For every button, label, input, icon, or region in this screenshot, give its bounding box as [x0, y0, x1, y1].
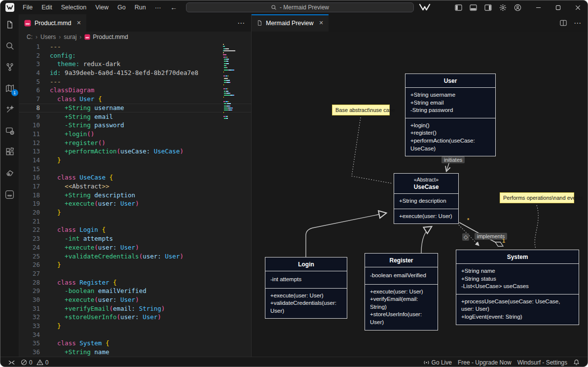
- minimap-line: [223, 86, 246, 87]
- tab-mermaid-preview[interactable]: Mermaid Preview ✕: [252, 14, 329, 32]
- code-line[interactable]: 28 class Register {: [19, 278, 251, 287]
- editor-more-actions-icon[interactable]: ⋯: [237, 19, 245, 28]
- maximize-icon[interactable]: [548, 0, 568, 14]
- layout-panel-icon[interactable]: [470, 4, 477, 11]
- code-line[interactable]: 26 }: [19, 260, 251, 269]
- upgrade-button[interactable]: Free - Upgrade Now: [455, 359, 514, 366]
- code-line[interactable]: 31 +verifyEmail(email: String): [19, 304, 251, 313]
- menu-selection[interactable]: Selection: [57, 2, 91, 12]
- tab-product-mmd[interactable]: Product.mmd ✕: [19, 14, 86, 32]
- menu-edit[interactable]: Edit: [37, 2, 57, 12]
- code-line[interactable]: 25 +validateCredentials(user: User): [19, 252, 251, 261]
- menu-go[interactable]: Go: [113, 2, 130, 12]
- code-line[interactable]: 20 }: [19, 208, 251, 217]
- code-line[interactable]: 22 class Login {: [19, 225, 251, 234]
- breadcrumb-file[interactable]: Product.mmd: [84, 34, 128, 40]
- windsurf-settings-button[interactable]: Windsurf - Settings: [514, 359, 570, 366]
- account-icon[interactable]: [514, 4, 521, 11]
- code-line[interactable]: 9 +String email: [19, 112, 251, 121]
- windsurf-logo-icon[interactable]: [5, 3, 14, 12]
- breadcrumb-drive[interactable]: C:: [27, 34, 33, 40]
- layout-sidebar-icon[interactable]: [455, 4, 462, 11]
- remote-indicator-icon[interactable]: [5, 357, 18, 367]
- code-line[interactable]: 23 -int attempts: [19, 234, 251, 243]
- nav-back-icon[interactable]: ←: [165, 3, 182, 11]
- minimap-line: [223, 110, 246, 110]
- map-icon[interactable]: 1: [3, 82, 17, 95]
- code-line[interactable]: 10 -String password: [19, 121, 251, 130]
- class-method: +register(): [410, 129, 490, 137]
- tab-close-icon[interactable]: ✕: [76, 20, 81, 26]
- menu-run[interactable]: Run: [130, 2, 150, 12]
- search-sidebar-icon[interactable]: [3, 39, 17, 52]
- code-line[interactable]: 3 theme: redux-dark: [19, 60, 251, 69]
- minimap[interactable]: [223, 44, 246, 120]
- code-line[interactable]: 19 +execute(user: User): [19, 199, 251, 208]
- code-line[interactable]: 24 +execute(user: User): [19, 243, 251, 252]
- note-performs-operations: Performs operations\nand events: [500, 192, 574, 203]
- code-line[interactable]: 6classDiagram: [19, 86, 251, 95]
- code-line[interactable]: 2config:: [19, 51, 251, 60]
- code-line[interactable]: 12 +register(): [19, 139, 251, 147]
- mermaid-preview-canvas[interactable]: Base abstract\nuse case Performs operati…: [252, 32, 588, 357]
- code-line[interactable]: 18 +String description: [19, 191, 251, 200]
- breadcrumb-folder-users[interactable]: Users: [40, 34, 56, 40]
- minimap-line: [223, 112, 246, 113]
- minimap-line: [223, 99, 246, 100]
- code-editor[interactable]: 1---2config:3 theme: redux-dark4id: 9a39…: [19, 42, 251, 357]
- menu-more[interactable]: ⋯: [150, 2, 166, 13]
- mermaid-extension-icon[interactable]: [3, 188, 17, 201]
- class-method: +execute(user: User): [270, 292, 342, 300]
- explorer-icon[interactable]: [3, 18, 17, 31]
- code-line[interactable]: 7 class User {: [19, 95, 251, 104]
- minimize-icon[interactable]: [528, 0, 548, 14]
- line-number: 30: [19, 295, 40, 304]
- line-number: 6: [19, 86, 40, 95]
- go-live-button[interactable]: Go Live: [420, 359, 455, 366]
- line-number: 7: [19, 95, 40, 104]
- code-line[interactable]: 13 +performAction(useCase: UseCase): [19, 147, 251, 156]
- code-line[interactable]: 5---: [19, 77, 251, 86]
- code-line[interactable]: 17 <<Abstract>>: [19, 182, 251, 191]
- command-center-search[interactable]: - Mermaid Preview: [186, 2, 414, 12]
- line-number: 36: [19, 348, 40, 357]
- code-line[interactable]: 34: [19, 330, 251, 339]
- code-line[interactable]: 14 }: [19, 156, 251, 165]
- minimap-line: [223, 57, 246, 58]
- code-line[interactable]: 36 +String name: [19, 348, 251, 357]
- preview-more-actions-icon[interactable]: ⋯: [574, 19, 582, 28]
- code-line[interactable]: 1---: [19, 42, 251, 51]
- plugins-icon[interactable]: [3, 167, 17, 180]
- code-line[interactable]: 35 class System {: [19, 339, 251, 348]
- code-line[interactable]: 33 }: [19, 322, 251, 330]
- code-line[interactable]: 11 +login(): [19, 130, 251, 139]
- line-number: 19: [19, 199, 40, 208]
- code-line[interactable]: 21: [19, 217, 251, 226]
- tab-close-icon[interactable]: ✕: [319, 20, 324, 26]
- close-icon[interactable]: [568, 0, 588, 14]
- layout-secondary-sidebar-icon[interactable]: [484, 4, 492, 11]
- class-method: +validateCredentials(user: User): [270, 299, 342, 315]
- gear-icon[interactable]: [499, 4, 507, 11]
- class-attr: +String email: [410, 99, 490, 107]
- code-line[interactable]: 15: [19, 165, 251, 174]
- breadcrumb-folder-suraj[interactable]: suraj: [64, 34, 76, 40]
- problems-indicator[interactable]: 0 0: [18, 357, 51, 367]
- code-line[interactable]: 27: [19, 269, 251, 278]
- code-line[interactable]: 29 -boolean emailVerified: [19, 287, 251, 295]
- code-line[interactable]: 30 +execute(user: User): [19, 295, 251, 304]
- cascade-wand-icon[interactable]: [3, 103, 17, 116]
- extensions-icon[interactable]: [3, 146, 17, 158]
- source-control-icon[interactable]: [3, 61, 17, 73]
- code-line[interactable]: 8 +String username: [19, 104, 251, 112]
- split-editor-icon[interactable]: [560, 20, 567, 26]
- menu-file[interactable]: File: [18, 2, 37, 12]
- remote-preview-icon[interactable]: [3, 124, 17, 137]
- code-line[interactable]: 32 +storeUserInfo(user: User): [19, 313, 251, 322]
- class-attr: -boolean emailVerified: [370, 272, 433, 280]
- line-number: 16: [19, 173, 40, 182]
- code-line[interactable]: 16 class UseCase {: [19, 173, 251, 182]
- code-line[interactable]: 4id: 9a39deeb-6a0d-4152-8efd-8b2f70dea7e…: [19, 69, 251, 77]
- bell-icon[interactable]: [570, 359, 583, 366]
- menu-view[interactable]: View: [91, 2, 113, 12]
